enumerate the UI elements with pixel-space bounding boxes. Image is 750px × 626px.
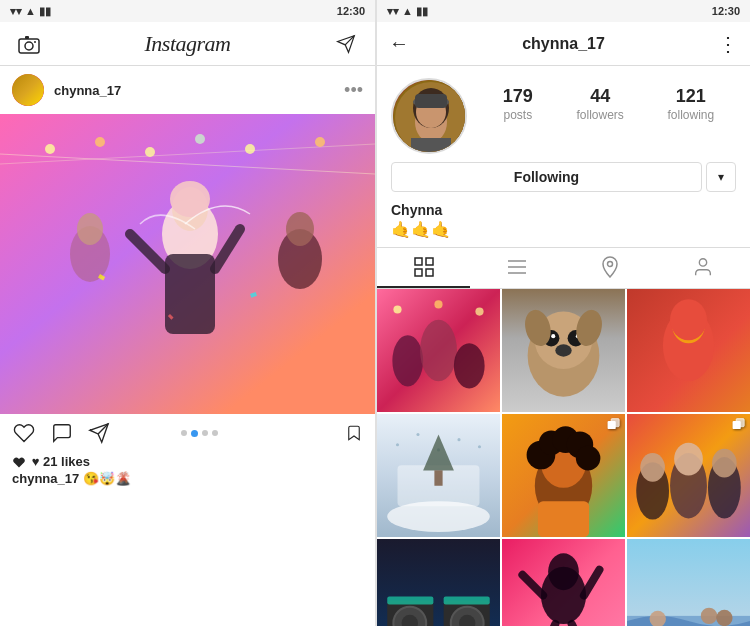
following-count: 121 bbox=[676, 86, 706, 107]
comment-button[interactable] bbox=[50, 422, 74, 444]
profile-more-button[interactable]: ⋮ bbox=[718, 32, 738, 56]
post-more-button[interactable]: ••• bbox=[344, 80, 363, 101]
svg-rect-47 bbox=[426, 269, 433, 276]
svg-point-52 bbox=[700, 259, 707, 266]
profile-header-bar: ← chynna_17 ⋮ bbox=[377, 22, 750, 66]
left-status-bar: ▾▾ ▲ ▮▮ 12:30 bbox=[0, 0, 375, 22]
signal-icon-right: ▾▾ bbox=[387, 5, 399, 18]
svg-rect-12 bbox=[165, 254, 215, 334]
svg-rect-93 bbox=[538, 501, 589, 537]
post-likes: ♥ 21 likes bbox=[12, 454, 363, 469]
left-time: 12:30 bbox=[337, 5, 365, 17]
grid-photo-4 bbox=[377, 414, 500, 537]
grid-photo-3 bbox=[627, 289, 750, 412]
dot-1 bbox=[181, 430, 187, 436]
bookmark-button[interactable] bbox=[345, 422, 363, 444]
multi-photo-icon-5 bbox=[607, 418, 621, 435]
profile-bio: Chynna 🤙🤙🤙 bbox=[377, 198, 750, 247]
svg-point-60 bbox=[475, 307, 483, 315]
following-label: following bbox=[667, 108, 714, 122]
wifi-icon: ▲ bbox=[25, 5, 36, 17]
follow-dropdown-button[interactable]: ▾ bbox=[706, 162, 736, 192]
svg-point-68 bbox=[555, 344, 571, 356]
following-button[interactable]: Following bbox=[391, 162, 702, 192]
post-info: ♥ 21 likes chynna_17 😘🤯🌋 bbox=[0, 452, 375, 494]
svg-rect-95 bbox=[611, 419, 619, 427]
svg-point-22 bbox=[195, 134, 205, 144]
svg-rect-46 bbox=[415, 269, 422, 276]
grid-item-3[interactable] bbox=[627, 289, 750, 412]
svg-point-124 bbox=[701, 608, 717, 624]
svg-point-116 bbox=[548, 553, 579, 590]
followers-label: followers bbox=[576, 108, 623, 122]
tab-list[interactable] bbox=[470, 248, 563, 288]
svg-point-51 bbox=[608, 262, 613, 267]
svg-point-78 bbox=[396, 443, 399, 446]
svg-point-59 bbox=[434, 300, 442, 308]
grid-photo-8 bbox=[502, 539, 625, 626]
svg-rect-104 bbox=[736, 419, 744, 427]
svg-point-21 bbox=[145, 147, 155, 157]
svg-point-20 bbox=[95, 137, 105, 147]
photo-grid bbox=[377, 289, 750, 626]
svg-point-56 bbox=[420, 320, 457, 382]
svg-point-18 bbox=[286, 212, 314, 246]
svg-rect-45 bbox=[426, 258, 433, 265]
follow-section: Following ▾ bbox=[377, 162, 750, 198]
tab-grid[interactable] bbox=[377, 248, 470, 288]
svg-point-100 bbox=[674, 443, 703, 476]
grid-item-7[interactable] bbox=[377, 539, 500, 626]
caption-emoji: 😘🤯🌋 bbox=[83, 471, 131, 486]
share-button[interactable] bbox=[88, 422, 110, 444]
post-actions bbox=[0, 414, 375, 452]
grid-photo-7 bbox=[377, 539, 500, 626]
svg-rect-112 bbox=[387, 596, 433, 604]
svg-rect-44 bbox=[415, 258, 422, 265]
svg-point-74 bbox=[670, 299, 707, 340]
multi-photo-icon-6 bbox=[732, 418, 746, 435]
signal-icon: ▾▾ bbox=[10, 5, 22, 18]
grid-item-2[interactable] bbox=[502, 289, 625, 412]
tab-tag[interactable] bbox=[657, 248, 750, 288]
svg-point-125 bbox=[716, 610, 732, 626]
caption-username[interactable]: chynna_17 bbox=[12, 471, 79, 486]
post-username[interactable]: chynna_17 bbox=[54, 83, 334, 98]
grid-item-4[interactable] bbox=[377, 414, 500, 537]
svg-point-102 bbox=[712, 449, 737, 478]
post-image[interactable] bbox=[0, 114, 375, 414]
grid-photo-2 bbox=[502, 289, 625, 412]
svg-point-81 bbox=[457, 438, 460, 441]
camera-button[interactable] bbox=[14, 30, 44, 58]
grid-item-1[interactable] bbox=[377, 289, 500, 412]
svg-rect-42 bbox=[415, 94, 447, 108]
status-icons-left: ▾▾ ▲ ▮▮ bbox=[10, 5, 51, 18]
post-avatar[interactable] bbox=[12, 74, 44, 106]
svg-point-3 bbox=[34, 41, 36, 43]
svg-rect-43 bbox=[411, 138, 451, 154]
like-button[interactable] bbox=[12, 422, 36, 444]
profile-avatar[interactable] bbox=[391, 78, 467, 154]
grid-item-9[interactable] bbox=[627, 539, 750, 626]
grid-item-5[interactable] bbox=[502, 414, 625, 537]
svg-point-98 bbox=[640, 453, 665, 482]
send-button[interactable] bbox=[331, 30, 361, 58]
battery-icon-right: ▮▮ bbox=[416, 5, 428, 18]
bio-emoji: 🤙🤙🤙 bbox=[391, 220, 736, 239]
tab-location[interactable] bbox=[564, 248, 657, 288]
grid-item-8[interactable] bbox=[502, 539, 625, 626]
dot-3 bbox=[202, 430, 208, 436]
svg-rect-84 bbox=[434, 470, 442, 485]
wifi-icon-right: ▲ bbox=[402, 5, 413, 17]
svg-rect-0 bbox=[19, 39, 39, 53]
svg-point-19 bbox=[45, 144, 55, 154]
svg-point-58 bbox=[393, 305, 401, 313]
feed-screen: ▾▾ ▲ ▮▮ 12:30 Instagram bbox=[0, 0, 375, 626]
grid-item-6[interactable] bbox=[627, 414, 750, 537]
profile-screen: ▾▾ ▲ ▮▮ 12:30 ← chynna_17 ⋮ bbox=[377, 0, 750, 626]
back-button[interactable]: ← bbox=[389, 32, 409, 55]
avatar-image bbox=[393, 80, 467, 154]
svg-rect-113 bbox=[444, 596, 490, 604]
follow-btn-row: Following ▾ bbox=[391, 162, 736, 192]
carousel-dots bbox=[181, 430, 218, 437]
right-time: 12:30 bbox=[712, 5, 740, 17]
